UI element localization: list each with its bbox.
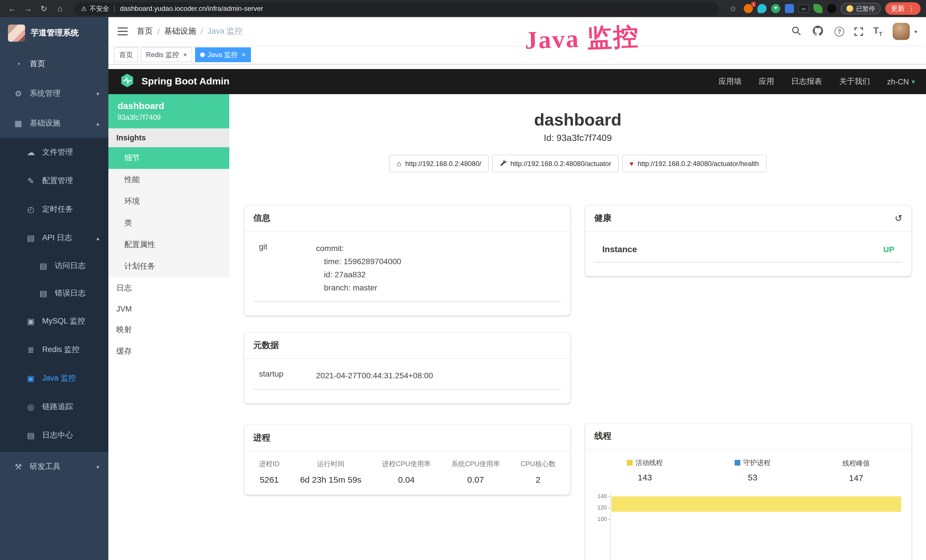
actuator-url-link[interactable]: http://192.168.0.2:48080/actuator [492, 154, 619, 172]
legend-peak-threads: 线程峰值 147 [843, 458, 870, 483]
forward-icon[interactable] [22, 2, 34, 15]
health-card: 健康 Instance UP [585, 206, 911, 276]
sba-item-mappings[interactable]: 映射 [108, 319, 229, 341]
tab-java-monitor[interactable]: Java 监控 × [195, 47, 251, 62]
sidebar-item-error-log[interactable]: 错误日志 [0, 280, 108, 307]
font-size-icon[interactable] [873, 26, 882, 37]
mysql-icon [26, 317, 35, 326]
sba-item-config-props[interactable]: 配置属性 [108, 234, 229, 256]
yellow-legend-swatch [627, 460, 632, 466]
sidebar-item-infrastructure[interactable]: 基础设施 [0, 108, 108, 138]
fullscreen-icon[interactable] [855, 27, 863, 36]
chevron-up-icon [96, 120, 99, 126]
breadcrumb-home[interactable]: 首页 [137, 26, 153, 36]
sidebar-item-mysql-monitor[interactable]: MySQL 监控 [0, 307, 108, 336]
sba-item-jvm[interactable]: JVM [108, 299, 229, 319]
metadata-startup-row: startup 2021-04-27T00:44:31.254+08:00 [253, 369, 561, 390]
vue-devtools-icon[interactable] [771, 4, 780, 13]
extension-badge: 1 [751, 2, 756, 7]
clock-icon [26, 205, 35, 214]
sidebar-item-access-log[interactable]: 访问日志 [0, 252, 108, 280]
update-label: 更新 [891, 4, 905, 14]
divider [114, 5, 115, 12]
address-bar[interactable]: 不安全 dashboard.yudao.iocoder.cn/infra/adm… [74, 2, 719, 15]
extension-icon-3[interactable] [785, 4, 794, 13]
help-icon[interactable] [834, 27, 844, 36]
search-icon[interactable] [791, 26, 802, 37]
tab-home[interactable]: 首页 [114, 47, 138, 62]
close-icon[interactable]: × [183, 51, 187, 58]
dashboard-icon [14, 59, 23, 68]
sba-item-details[interactable]: 细节 [108, 147, 229, 169]
sba-brand: Spring Boot Admin [141, 76, 230, 87]
sba-nav-journal[interactable]: 日志报表 [791, 76, 822, 87]
status-badge: UP [883, 244, 894, 254]
paused-badge[interactable]: 已暂停 [841, 3, 881, 14]
sba-item-scheduled-tasks[interactable]: 计划任务 [108, 256, 229, 277]
sba-nav-applications[interactable]: 应用 [759, 76, 774, 87]
url-text: dashboard.yudao.iocoder.cn/infra/admin-s… [120, 5, 263, 12]
tab-redis-monitor[interactable]: Redis 监控 × [141, 47, 192, 62]
health-url-link[interactable]: http://192.168.0.2:48080/actuator/health [622, 154, 766, 172]
sidebar-item-cron-job[interactable]: 定时任务 [0, 195, 108, 224]
sba-item-caches[interactable]: 缓存 [108, 341, 229, 362]
cloud-icon [26, 148, 35, 157]
metadata-card: 元数据 startup 2021-04-27T00:44:31.254+08:0… [244, 333, 570, 404]
sidebar-item-api-log[interactable]: API 日志 [0, 224, 108, 252]
close-icon[interactable]: × [242, 51, 245, 58]
breadcrumb-infrastructure[interactable]: 基础设施 [164, 26, 196, 36]
update-button[interactable]: 更新 [885, 2, 921, 15]
trace-icon [26, 402, 35, 412]
avatar-chevron-down-icon[interactable] [914, 28, 917, 35]
page-subtitle: Id: 93a3fc7f7409 [229, 133, 926, 143]
extension-on-icon[interactable]: on [799, 5, 809, 12]
redis-icon [26, 345, 35, 354]
extension-icon-2[interactable] [758, 4, 767, 13]
sba-locale-select[interactable]: zh-CN [887, 77, 915, 86]
github-icon[interactable] [813, 26, 824, 37]
sba-nav-wallboard[interactable]: 应用墙 [719, 76, 741, 87]
process-cpu: 进程CPU使用率 0.04 [382, 460, 431, 485]
reload-icon[interactable] [38, 2, 50, 15]
sba-item-logs[interactable]: 日志 [108, 277, 229, 299]
log-center-icon [26, 431, 35, 440]
browser-home-icon[interactable] [54, 2, 66, 15]
extension-icon-4[interactable] [827, 4, 836, 13]
sba-item-metrics[interactable]: 性能 [108, 169, 229, 191]
sba-item-environment[interactable]: 环境 [108, 191, 229, 212]
browser-menu-icon[interactable] [908, 5, 915, 12]
user-avatar[interactable] [893, 23, 910, 40]
sidebar-item-trace[interactable]: 链路追踪 [0, 392, 108, 421]
sba-app-header[interactable]: dashboard 93a3fc7f7409 [108, 94, 229, 129]
sidebar-item-config-manage[interactable]: 配置管理 [0, 166, 108, 195]
browser-toolbar: 不安全 dashboard.yudao.iocoder.cn/infra/adm… [0, 0, 926, 17]
sidebar-item-java-monitor[interactable]: Java 监控 [0, 364, 108, 392]
back-icon[interactable] [6, 2, 18, 15]
sba-nav: 应用墙 应用 日志报表 关于我们 zh-CN [719, 76, 915, 87]
sidebar-item-file-manage[interactable]: 文件管理 [0, 138, 108, 166]
sba-logo-icon [120, 73, 135, 90]
service-url-link[interactable]: http://192.168.0.2:48080/ [389, 154, 489, 172]
extension-leaf-icon[interactable] [813, 4, 823, 13]
info-git-row: git commit: time: 1596289704000 id: 27aa… [253, 242, 561, 302]
sidebar-item-redis-monitor[interactable]: Redis 监控 [0, 336, 108, 364]
sidebar-item-log-center[interactable]: 日志中心 [0, 421, 108, 450]
health-heart-icon [629, 159, 633, 168]
sidebar-item-system[interactable]: 系统管理 [0, 79, 108, 108]
gear-icon [14, 89, 23, 98]
sba-nav-about[interactable]: 关于我们 [839, 76, 870, 87]
sba-item-classes[interactable]: 类 [108, 212, 229, 234]
emoji-face-icon [846, 5, 853, 12]
sba-section-insights: Insights [108, 129, 229, 147]
sidebar-item-home[interactable]: 首页 [0, 49, 108, 79]
hamburger-icon[interactable] [118, 27, 128, 35]
active-dot [200, 53, 205, 57]
sidebar-item-dev-tools[interactable]: 研发工具 [0, 452, 108, 481]
legend-daemon-threads: 守护进程 53 [735, 458, 770, 483]
history-icon[interactable] [895, 213, 902, 224]
bookmark-star-icon[interactable] [727, 2, 739, 15]
cards-grid: 信息 git commit: time: 1596289704000 id: 2 [229, 206, 926, 560]
extension-icon-1[interactable]: 1 [744, 4, 753, 13]
app-logo-row[interactable]: 芋道管理系统 [0, 17, 108, 49]
error-log-icon [39, 289, 48, 298]
